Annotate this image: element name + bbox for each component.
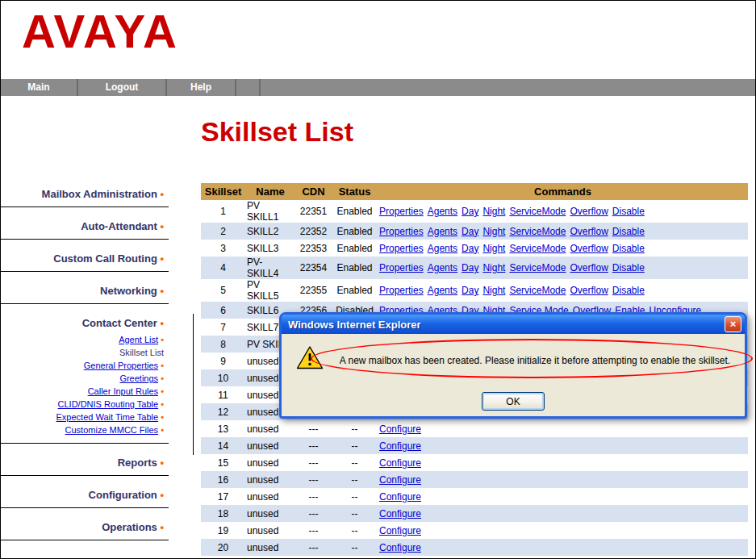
- cell-cdn: 22353: [295, 240, 332, 257]
- nav-item-main[interactable]: Main: [1, 79, 78, 96]
- command-link-day[interactable]: Day: [462, 243, 478, 254]
- cell-cdn: ---: [295, 505, 332, 522]
- sidebar-item-label: Custom Call Routing: [53, 252, 157, 265]
- sidebar-subitem-agent-list[interactable]: Agent List •: [1, 333, 164, 346]
- command-link-day[interactable]: Day: [462, 285, 478, 296]
- sidebar-subitem-greetings[interactable]: Greetings •: [1, 372, 164, 385]
- nav-item-logout[interactable]: Logout: [78, 79, 167, 96]
- command-link-disable[interactable]: Disable: [612, 285, 645, 296]
- table-row: 16unused-----Configure: [201, 471, 748, 488]
- column-header-skillset: Skillset: [201, 183, 245, 200]
- command-link-properties[interactable]: Properties: [379, 285, 424, 296]
- sidebar-item-label: Contact Center: [82, 317, 157, 329]
- command-link-overflow[interactable]: Overflow: [570, 285, 608, 296]
- cell-status: Enabled: [332, 240, 378, 257]
- command-link-servicemode[interactable]: ServiceMode: [509, 243, 566, 254]
- command-link-night[interactable]: Night: [482, 226, 505, 237]
- sidebar-subitem-customize-mmcc-files[interactable]: Customize MMCC Files •: [1, 423, 164, 436]
- sidebar-item-operations[interactable]: Operations •: [1, 521, 164, 533]
- command-link-properties[interactable]: Properties: [379, 226, 424, 237]
- table-row: 13unused-----Configure: [201, 420, 748, 437]
- sidebar-item-networking[interactable]: Networking •: [1, 285, 164, 297]
- sidebar-item-contact-center[interactable]: Contact Center •: [1, 317, 164, 329]
- command-link-configure[interactable]: Configure: [379, 525, 421, 536]
- command-link-configure[interactable]: Configure: [379, 423, 421, 435]
- cell-name: unused: [245, 454, 295, 471]
- cell-skillset: 1: [201, 200, 245, 223]
- sidebar-item-label: Operations: [102, 521, 157, 533]
- cell-commands: Configure: [378, 522, 748, 539]
- command-link-disable[interactable]: Disable: [612, 243, 645, 254]
- dialog-titlebar[interactable]: Windows Internet Explorer ×: [282, 315, 745, 334]
- sidebar-item-label: Reports: [118, 457, 157, 469]
- command-link-day[interactable]: Day: [462, 262, 478, 273]
- command-link-night[interactable]: Night: [482, 206, 505, 217]
- sidebar-subitem-clid-dnis-routing-table[interactable]: CLID/DNIS Routing Table •: [1, 398, 164, 411]
- sidebar-subitem-label: Expected Wait Time Table: [56, 412, 159, 422]
- command-link-disable[interactable]: Disable: [612, 226, 645, 237]
- cell-name: PV SKILL1: [245, 200, 295, 223]
- sidebar-subitem-general-properties[interactable]: General Properties •: [1, 359, 164, 372]
- command-link-agents[interactable]: Agents: [428, 285, 457, 296]
- sidebar-subitem-caller-input-rules[interactable]: Caller Input Rules •: [1, 385, 164, 398]
- column-header-name: Name: [245, 183, 295, 200]
- cell-skillset: 6: [201, 302, 245, 319]
- command-link-agents[interactable]: Agents: [428, 226, 457, 237]
- ok-button[interactable]: OK: [482, 392, 545, 411]
- command-link-servicemode[interactable]: ServiceMode: [509, 262, 566, 273]
- cell-commands: Configure: [378, 420, 748, 437]
- command-link-configure[interactable]: Configure: [379, 457, 421, 469]
- frame-divider-line: [193, 314, 194, 455]
- cell-cdn: ---: [295, 471, 332, 488]
- cell-commands: Configure: [378, 471, 748, 488]
- command-link-servicemode[interactable]: ServiceMode: [509, 206, 566, 217]
- cell-status: Enabled: [332, 223, 378, 240]
- cell-skillset: 9: [201, 353, 245, 369]
- command-link-overflow[interactable]: Overflow: [570, 226, 608, 237]
- cell-status: --: [332, 539, 378, 556]
- sidebar-item-mailbox-administration[interactable]: Mailbox Administration •: [1, 188, 164, 200]
- sidebar-item-reports[interactable]: Reports •: [1, 457, 164, 469]
- command-link-night[interactable]: Night: [482, 262, 505, 273]
- command-link-disable[interactable]: Disable: [612, 262, 645, 273]
- command-link-properties[interactable]: Properties: [379, 206, 424, 217]
- sidebar-item-custom-call-routing[interactable]: Custom Call Routing •: [1, 252, 164, 265]
- command-link-agents[interactable]: Agents: [428, 243, 457, 254]
- command-link-overflow[interactable]: Overflow: [570, 206, 608, 217]
- sidebar-subitem-label: Skillset List: [119, 348, 164, 357]
- nav-item-help[interactable]: Help: [167, 79, 236, 96]
- cell-status: --: [332, 522, 378, 539]
- command-link-overflow[interactable]: Overflow: [570, 262, 608, 273]
- command-link-configure[interactable]: Configure: [379, 491, 421, 503]
- cell-status: --: [332, 471, 378, 488]
- command-link-properties[interactable]: Properties: [379, 243, 424, 254]
- command-link-night[interactable]: Night: [482, 285, 505, 296]
- cell-commands: PropertiesAgentsDayNightServiceModeOverf…: [378, 279, 748, 302]
- command-link-disable[interactable]: Disable: [612, 206, 645, 217]
- close-icon[interactable]: ×: [725, 316, 741, 332]
- command-link-properties[interactable]: Properties: [379, 262, 424, 273]
- command-link-servicemode[interactable]: ServiceMode: [509, 226, 566, 237]
- command-link-night[interactable]: Night: [482, 243, 505, 254]
- page-title: Skillset List: [201, 116, 353, 148]
- bullet-icon: •: [158, 386, 164, 396]
- command-link-agents[interactable]: Agents: [428, 206, 457, 217]
- cell-skillset: 13: [201, 420, 245, 437]
- command-link-configure[interactable]: Configure: [379, 542, 421, 553]
- command-link-day[interactable]: Day: [462, 226, 478, 237]
- command-link-servicemode[interactable]: ServiceMode: [509, 285, 566, 296]
- sidebar-subitem-expected-wait-time-table[interactable]: Expected Wait Time Table •: [1, 411, 164, 423]
- cell-name: unused: [245, 488, 295, 505]
- command-link-configure[interactable]: Configure: [379, 508, 421, 519]
- cell-name: unused: [245, 522, 295, 539]
- cell-cdn: 22354: [295, 257, 332, 279]
- command-link-agents[interactable]: Agents: [428, 262, 457, 273]
- command-link-configure[interactable]: Configure: [379, 474, 421, 486]
- cell-skillset: 15: [201, 454, 245, 471]
- command-link-configure[interactable]: Configure: [379, 440, 421, 452]
- sidebar-subitem-skillset-list[interactable]: Skillset List: [1, 346, 164, 359]
- sidebar-item-auto-attendant[interactable]: Auto-Attendant •: [1, 220, 164, 232]
- sidebar-item-configuration[interactable]: Configuration •: [1, 489, 164, 501]
- command-link-overflow[interactable]: Overflow: [570, 243, 608, 254]
- command-link-day[interactable]: Day: [462, 206, 478, 217]
